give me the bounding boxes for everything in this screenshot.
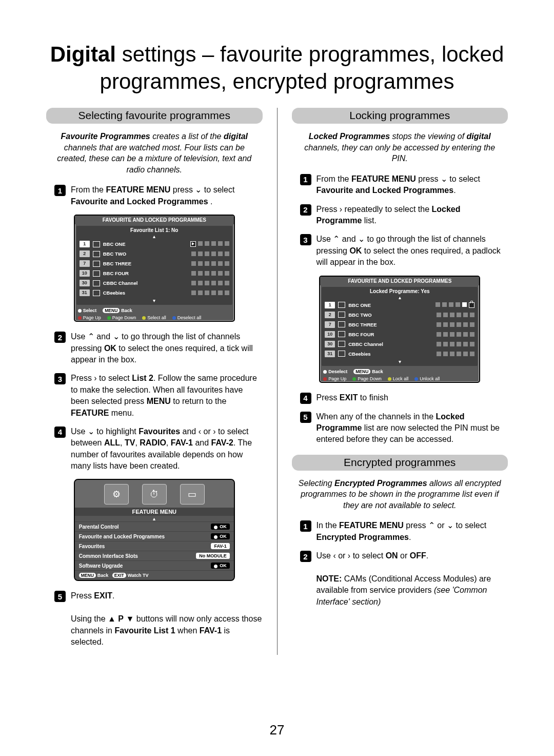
fav-step-3: 3 Press › to select List 2. Follow the s… — [46, 373, 263, 419]
channel-row: 2BBC TWO — [76, 249, 232, 259]
osd-subtitle: Favourite List 1: No — [76, 226, 232, 234]
lock-step-4: 4 Press EXIT to finish — [292, 392, 508, 404]
up-arrow-icon: ▴ — [76, 234, 232, 239]
osd-locked-list: FAVOURITE AND LOCKED PROGRAMMES Locked P… — [319, 276, 480, 383]
feature-menu-row: Software UpgradeOK — [75, 560, 234, 570]
channel-row: 31CBeebies — [322, 349, 478, 359]
right-column: Locking programmes Locked Programmes sto… — [292, 108, 508, 655]
lock-step-5: 5 When any of the channels in the Locked… — [292, 411, 508, 445]
osd-favourite-list: FAVOURITE AND LOCKED PROGRAMMES Favourit… — [74, 215, 235, 322]
osd-rows: 1BBC ONE2BBC TWO7BBC THREE10BBC FOUR30CB… — [76, 239, 232, 298]
column-divider — [277, 108, 278, 655]
osd-rows: 1BBC ONE2BBC TWO7BBC THREE10BBC FOUR30CB… — [322, 300, 478, 359]
enc-step-2: 2 Use ‹ or › to select ON or OFF.NOTE: C… — [292, 550, 508, 608]
up-arrow-icon: ▴ — [322, 295, 478, 300]
down-arrow-icon: ▾ — [322, 359, 478, 364]
osd-legend-2: Page Up Page Down Lock all Unlock all — [320, 375, 479, 382]
section-encrypted: Encrypted programmes — [292, 455, 508, 471]
feature-menu-row: Common Interface SlotsNo MODULE — [75, 551, 234, 560]
fav-step-4: 4 Use ⌄ to highlight Favourites and ‹ or… — [46, 426, 263, 472]
lock-step-3: 3 Use ⌃ and ⌄ to go through the list of … — [292, 234, 508, 268]
enc-step-1: 1 In the FEATURE MENU press ⌃ or ⌄ to se… — [292, 520, 508, 543]
up-arrow-icon: ▴ — [75, 516, 234, 521]
lock-intro: Locked Programmes stops the viewing of d… — [297, 131, 503, 164]
osd-title: FAVOURITE AND LOCKED PROGRAMMES — [320, 277, 479, 285]
feature-menu-row: Favourite and Locked ProgrammesOK — [75, 531, 234, 541]
feature-menu-row: Parental ControlOK — [75, 521, 234, 531]
page-title: Digital settings – favourite programmes,… — [46, 41, 508, 95]
feature-menu-legend: MENUBack EXITWatch TV — [75, 570, 234, 580]
channel-row: 30CBBC Channel — [76, 278, 232, 288]
channel-row: 1BBC ONE — [322, 300, 478, 310]
section-locking: Locking programmes — [292, 108, 508, 124]
fav-step-5: 5 Press EXIT.Using the ▲ P ▼ buttons wil… — [46, 590, 263, 648]
title-rest: settings – favourite programmes, locked … — [100, 42, 504, 93]
channel-row: 7BBC THREE — [76, 259, 232, 268]
page-number: 27 — [0, 722, 554, 738]
osd-legend-2: Page Up Page Down Select all Deselect al… — [75, 314, 234, 321]
channel-row: 7BBC THREE — [322, 320, 478, 329]
osd-subtitle: Locked Programme: Yes — [322, 287, 478, 295]
channel-row: 31CBeebies — [76, 288, 232, 298]
title-bold: Digital — [50, 42, 116, 66]
feature-menu-title: FEATURE MENU — [75, 508, 234, 516]
channel-row: 30CBBC Channel — [322, 339, 478, 349]
fav-intro: Favourite Programmes creates a list of t… — [51, 131, 258, 175]
lock-step-2: 2 Press › repeatedly to select the Locke… — [292, 204, 508, 227]
osd-legend: Deselect MENUBack — [320, 367, 479, 375]
osd-feature-menu: ⚙ ⏱ ▭ FEATURE MENU ▴ Parental ControlOKF… — [74, 479, 235, 581]
fav-step-1: 1 From the FEATURE MENU press ⌄ to selec… — [46, 184, 263, 207]
left-column: Selecting favourite programmes Favourite… — [46, 108, 263, 655]
section-selecting-favourites: Selecting favourite programmes — [46, 108, 263, 124]
channel-row: 1BBC ONE — [76, 239, 232, 249]
fav-step-2: 2 Use ⌃ and ⌄ to go through the list of … — [46, 331, 263, 365]
down-arrow-icon: ▾ — [76, 298, 232, 303]
channel-row: 2BBC TWO — [322, 310, 478, 320]
settings-icon: ⚙ — [104, 484, 129, 505]
feature-menu-row: FavouritesFAV-1 — [75, 541, 234, 551]
tuning-icon: ⏱ — [142, 484, 167, 505]
osd-title: FAVOURITE AND LOCKED PROGRAMMES — [75, 216, 234, 224]
tv-icon: ▭ — [180, 484, 205, 505]
channel-row: 10BBC FOUR — [76, 268, 232, 278]
channel-row: 10BBC FOUR — [322, 329, 478, 339]
step-badge: 1 — [54, 185, 66, 196]
osd-legend: Select MENUBack — [75, 306, 234, 314]
lock-step-1: 1 From the FEATURE MENU press ⌄ to selec… — [292, 173, 508, 197]
enc-intro: Selecting Encrypted Programmes allows al… — [297, 478, 503, 511]
